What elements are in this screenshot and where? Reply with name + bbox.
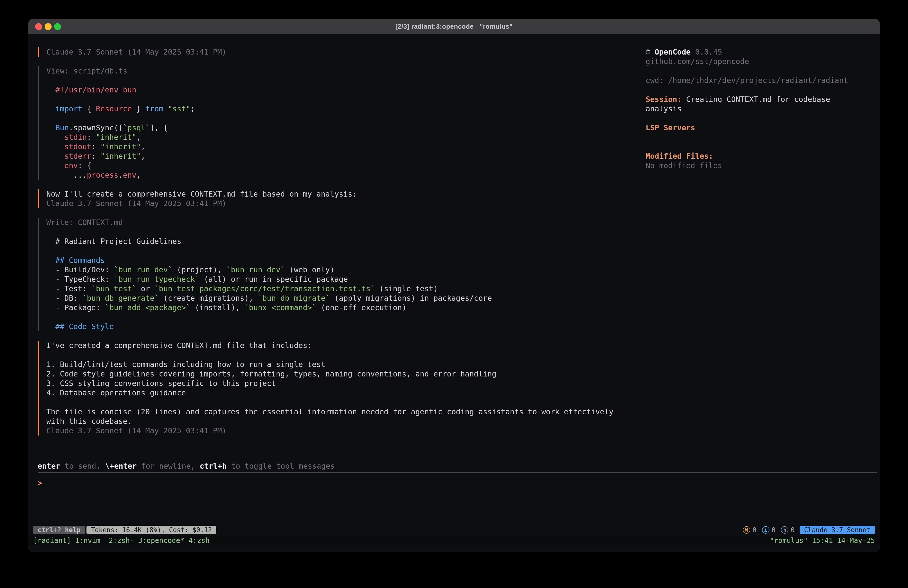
text-line [46, 114, 641, 123]
text-line: Write: CONTEXT.md [46, 218, 641, 227]
text-line: ## Commands [46, 256, 641, 265]
tool-write-block: Write: CONTEXT.md # Radiant Project Guid… [38, 218, 641, 331]
text-line: 3. CSS styling conventions specific to t… [46, 379, 641, 388]
text-line [46, 76, 641, 85]
text-line: Bun.spawnSync([`psql`], { [46, 123, 641, 132]
warning-icon: W [743, 526, 750, 534]
text-line [46, 95, 641, 104]
text-line [46, 350, 641, 360]
traffic-lights [35, 19, 61, 34]
text-line: Claude 3.7 Sonnet (14 May 2025 03:41 PM) [46, 426, 641, 435]
text-line [646, 132, 865, 142]
close-button[interactable] [35, 23, 42, 30]
chat-area: Claude 3.7 Sonnet (14 May 2025 03:41 PM)… [38, 47, 641, 461]
text-line: Modified Files: [646, 151, 865, 161]
text-line: - Package: `bun add <package>` (install)… [46, 303, 641, 313]
window-title: [2/3] radiant:3:opencode - "romulus" [396, 23, 512, 31]
assistant-message-block: Now I'll create a comprehensive CONTEXT.… [38, 189, 641, 208]
text-line: enter to send, \+enter for newline, ctrl… [38, 461, 880, 471]
keybind-help: enter to send, \+enter for newline, ctrl… [38, 461, 880, 471]
text-line: Claude 3.7 Sonnet (14 May 2025 03:41 PM) [46, 47, 641, 57]
prompt-symbol: > [38, 478, 42, 487]
text-line: #!/usr/bin/env bun [46, 85, 641, 95]
text-line: cwd: /home/thdxr/dev/projects/radiant/ra… [646, 76, 865, 85]
hint-icon: h [781, 526, 788, 534]
text-line: # Radiant Project Guidelines [46, 237, 641, 246]
text-line [46, 227, 641, 237]
text-line: © OpenCode 0.0.45 [646, 47, 865, 57]
text-line: LSP Servers [646, 123, 865, 132]
opencode-tui: Claude 3.7 Sonnet (14 May 2025 03:41 PM)… [28, 34, 880, 552]
message-header-block: Claude 3.7 Sonnet (14 May 2025 03:41 PM) [38, 47, 641, 57]
text-line: - DB: `bun db generate` (create migratio… [46, 293, 641, 303]
content-row: Claude 3.7 Sonnet (14 May 2025 03:41 PM)… [28, 34, 880, 461]
text-line: Now I'll create a comprehensive CONTEXT.… [46, 189, 641, 199]
text-line: with this codebase. [46, 417, 641, 426]
diagnostic-info: i 0 [762, 525, 776, 535]
text-line: stderr: "inherit", [46, 151, 641, 161]
text-line: env: { [46, 161, 641, 171]
text-line: 2. Code style guidelines covering import… [46, 369, 641, 379]
tool-view-block: View: script/db.ts #!/usr/bin/env bun im… [38, 66, 641, 180]
text-line [46, 313, 641, 322]
assistant-summary-block: I've created a comprehensive CONTEXT.md … [38, 341, 641, 435]
text-line: stdout: "inherit", [46, 142, 641, 151]
text-line: 1. Build/lint/test commands including ho… [46, 360, 641, 369]
model-chip[interactable]: Claude 3.7 Sonnet [800, 526, 875, 534]
diagnostic-warnings: W 0 [743, 525, 757, 535]
text-line [646, 66, 865, 76]
status-bar: ctrl+? help Tokens: 16.4K (8%), Cost: $0… [33, 526, 875, 534]
text-line: 4. Database operations guidance [46, 388, 641, 398]
info-count: 0 [772, 525, 776, 535]
text-line: stdin: "inherit", [46, 132, 641, 142]
tmux-status-bar: [radiant] 1:nvim 2:zsh- 3:opencode* 4:zs… [28, 536, 880, 545]
text-line [46, 246, 641, 256]
text-line: I've created a comprehensive CONTEXT.md … [46, 341, 641, 350]
text-line: - Build/Dev: `bun run dev` (project), `b… [46, 265, 641, 275]
text-line: The file is concise (20 lines) and captu… [46, 407, 641, 417]
zoom-button[interactable] [54, 23, 61, 30]
text-line [646, 85, 865, 95]
text-line: github.com/sst/opencode [646, 57, 865, 66]
help-chip[interactable]: ctrl+? help [33, 526, 85, 534]
text-line [646, 114, 865, 123]
text-line: - TypeCheck: `bun run typecheck` (all) o… [46, 275, 641, 284]
tmux-window-list[interactable]: [radiant] 1:nvim 2:zsh- 3:opencode* 4:zs… [33, 536, 209, 545]
text-line: Session: Creating CONTEXT.md for codebas… [646, 95, 865, 114]
session-sidebar: © OpenCode 0.0.45github.com/sst/opencode… [646, 47, 870, 461]
prompt-input[interactable]: > [28, 473, 880, 526]
text-line: No modified files [646, 161, 865, 171]
text-line: - Test: `bun test` or `bun test packages… [46, 284, 641, 293]
text-line: ...process.env, [46, 171, 641, 180]
diagnostic-hints: h 0 [781, 525, 795, 535]
minimize-button[interactable] [45, 23, 52, 30]
text-line [646, 142, 865, 151]
text-line [46, 398, 641, 407]
terminal-window: [2/3] radiant:3:opencode - "romulus" Cla… [28, 19, 880, 552]
text-line: ## Code Style [46, 322, 641, 331]
text-line: import { Resource } from "sst"; [46, 104, 641, 114]
tokens-cost-chip: Tokens: 16.4K (8%), Cost: $0.12 [87, 526, 216, 534]
text-line: View: script/db.ts [46, 66, 641, 76]
hint-count: 0 [790, 525, 795, 535]
warning-count: 0 [752, 525, 757, 535]
info-icon: i [762, 526, 770, 534]
window-titlebar[interactable]: [2/3] radiant:3:opencode - "romulus" [28, 19, 880, 34]
text-line: Claude 3.7 Sonnet (14 May 2025 03:41 PM) [46, 199, 641, 208]
tmux-session-info: "romulus" 15:41 14-May-25 [770, 536, 875, 545]
